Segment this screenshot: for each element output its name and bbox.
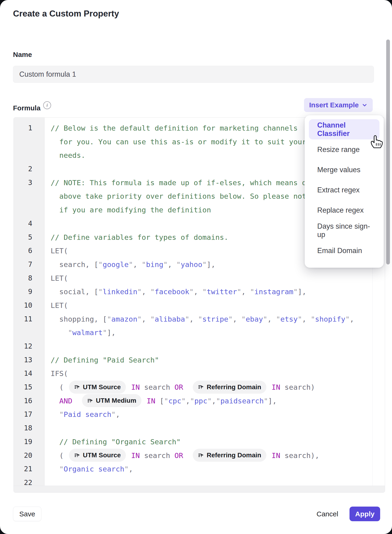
code-token: paidsearch <box>220 397 264 405</box>
code-token: " <box>176 260 181 269</box>
code-token: " <box>150 315 155 323</box>
code-token: search), <box>280 451 319 460</box>
code-token: if you are modifying the definition <box>51 206 211 214</box>
cancel-button[interactable]: Cancel <box>312 507 343 521</box>
code-text <box>44 162 51 176</box>
field-reference-icon <box>87 398 93 404</box>
code-text: needs. <box>44 148 85 162</box>
code-line: "walmart"], <box>14 326 373 340</box>
menu-item-resize-range[interactable]: Resize range <box>309 139 379 160</box>
code-text: ( UTM Source IN search OR Referring Doma… <box>44 449 319 463</box>
code-text: // Defining "Paid Search" <box>44 353 159 367</box>
code-text: LET( <box>44 244 68 258</box>
code-line: 18 <box>14 421 373 435</box>
menu-item-channel-classifier[interactable]: Channel Classifier <box>309 119 379 139</box>
apply-button[interactable]: Apply <box>350 507 380 521</box>
code-token <box>51 328 68 337</box>
code-token: social, [ <box>51 288 98 296</box>
code-token: " <box>181 397 186 405</box>
line-number: 21 <box>14 462 44 476</box>
code-text: // Define variables for types of domains… <box>44 231 228 244</box>
code-token: , <box>350 315 354 323</box>
code-line: 22 <box>14 476 373 486</box>
code-token: twitter <box>207 288 237 296</box>
field-chip[interactable]: UTM Medium <box>82 394 141 407</box>
menu-item-replace-regex[interactable]: Replace regex <box>309 200 379 220</box>
field-chip[interactable]: UTM Source <box>69 381 126 394</box>
code-token: AND <box>59 397 72 405</box>
code-line: 12 <box>14 340 373 353</box>
field-reference-icon <box>198 384 204 390</box>
field-chip[interactable]: UTM Source <box>69 449 126 462</box>
name-field-label: Name <box>13 51 32 59</box>
line-number: 8 <box>14 271 44 285</box>
code-token: " <box>241 315 246 323</box>
line-number <box>14 189 44 203</box>
code-token: , <box>116 410 120 419</box>
line-number: 12 <box>14 340 44 353</box>
name-input-value: Custom formula 1 <box>19 70 76 79</box>
save-button[interactable]: Save <box>13 507 41 521</box>
code-token: ], <box>107 328 116 337</box>
code-text: "Paid search", <box>44 408 120 421</box>
code-text <box>44 421 51 435</box>
line-number: 10 <box>14 299 44 312</box>
code-token <box>51 465 59 473</box>
code-token: stripe <box>202 315 228 323</box>
chevron-down-icon <box>362 102 368 108</box>
code-token: " <box>202 288 207 296</box>
code-token: " <box>237 288 242 296</box>
code-token: ebay <box>246 315 263 323</box>
code-token: instagram <box>254 288 293 296</box>
code-token: walmart <box>72 328 103 337</box>
code-token: , <box>168 260 176 269</box>
code-token: , <box>267 315 276 323</box>
code-token: " <box>345 315 350 323</box>
field-reference-icon <box>198 452 204 458</box>
code-line: 20 ( UTM Source IN search OR Referring D… <box>14 449 373 463</box>
line-number: 1 <box>14 121 44 135</box>
code-token <box>127 383 131 391</box>
code-text <box>44 217 51 231</box>
code-token: shopping, [ <box>51 315 107 323</box>
code-token: cpc <box>168 397 181 405</box>
code-token: " <box>59 410 64 419</box>
menu-item-merge-values[interactable]: Merge values <box>309 160 379 180</box>
code-token: [ <box>155 397 164 405</box>
code-token: LET( <box>51 301 68 310</box>
field-chip[interactable]: Referring Domain <box>193 449 266 462</box>
code-token: " <box>207 397 212 405</box>
code-token: , <box>302 315 311 323</box>
code-text <box>44 340 51 353</box>
code-text: LET( <box>44 299 68 312</box>
code-line: 14IFS( <box>14 367 373 380</box>
menu-item-extract-regex[interactable]: Extract regex <box>309 180 379 200</box>
code-token: search <box>140 451 174 460</box>
code-text: // Below is the default definition for m… <box>44 121 298 135</box>
code-token: " <box>190 397 194 405</box>
line-number: 3 <box>14 176 44 190</box>
code-token: " <box>68 328 72 337</box>
line-number: 2 <box>14 162 44 176</box>
line-number: 20 <box>14 449 44 463</box>
code-line: 10LET( <box>14 299 373 312</box>
code-token: search, [ <box>51 260 98 269</box>
code-text: LET( <box>44 271 68 285</box>
formula-label: Formula <box>13 104 40 112</box>
code-text: social, ["linkedin", "facebook", "twitte… <box>44 285 306 299</box>
code-text: if you are modifying the definition <box>44 203 211 217</box>
code-line: 9 social, ["linkedin", "facebook", "twit… <box>14 285 373 299</box>
code-token: ( <box>51 383 68 391</box>
modal-scrollbar-thumb[interactable] <box>386 39 390 265</box>
field-chip[interactable]: Referring Domain <box>193 381 266 394</box>
code-text <box>44 476 51 486</box>
name-input[interactable]: Custom formula 1 <box>13 66 374 83</box>
code-token: IN <box>147 397 155 405</box>
menu-item-email-domain[interactable]: Email Domain <box>309 241 379 261</box>
code-text: above take priority over definitions bel… <box>44 189 311 203</box>
code-text: for you. You can use this as-is or modif… <box>44 135 306 149</box>
info-icon: i <box>43 101 51 109</box>
insert-example-button[interactable]: Insert Example <box>304 98 373 112</box>
menu-item-days-since-sign-up[interactable]: Days since sign-up <box>309 220 379 241</box>
code-token: , <box>133 260 142 269</box>
